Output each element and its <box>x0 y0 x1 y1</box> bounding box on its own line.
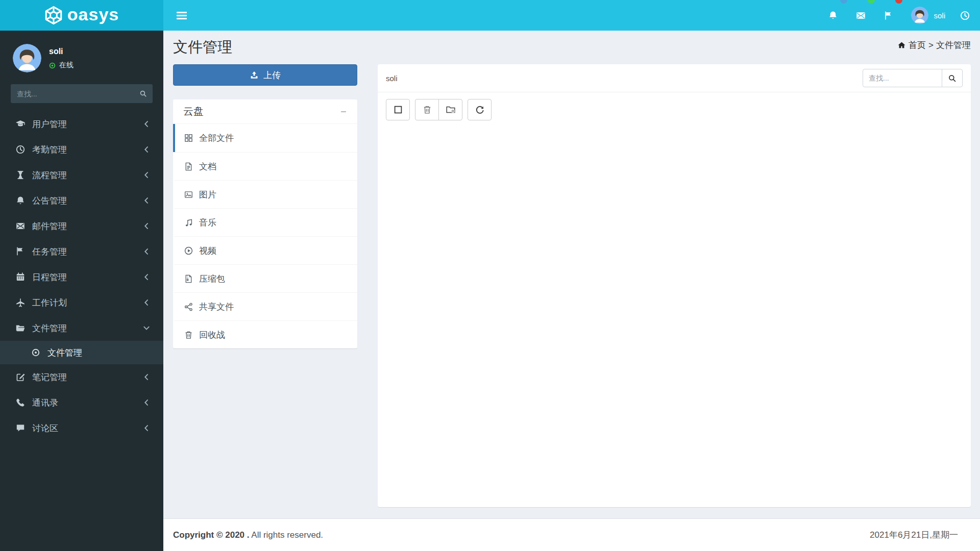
square-icon <box>393 105 403 115</box>
folder-plus-icon <box>446 105 456 115</box>
sidebar-subitem-file-management[interactable]: 文件管理 <box>0 341 163 364</box>
sidebar-item-announcements[interactable]: 公告管理 <box>0 188 163 213</box>
phone-icon <box>15 397 26 408</box>
sidebar-item-label: 讨论区 <box>32 422 58 434</box>
file-search-input[interactable] <box>863 69 942 87</box>
copyright-rest: All rights reserved. <box>250 530 324 540</box>
sidebar-search <box>11 84 153 103</box>
main-content: 文件管理 首页 > 文件管理 上传 云盘 <box>163 31 980 551</box>
chevron-left-icon <box>142 221 151 231</box>
footer: Copyright © 2020 . All rights reserved. … <box>163 518 980 551</box>
gem-icon <box>44 6 63 24</box>
category-label: 图片 <box>199 189 216 201</box>
category-images[interactable]: 图片 <box>173 180 357 208</box>
sidebar-toggle-icon[interactable] <box>177 12 187 19</box>
current-folder-label: soli <box>386 74 398 83</box>
clock-icon[interactable] <box>959 0 971 31</box>
sidebar-item-process[interactable]: 流程管理 <box>0 162 163 188</box>
online-status-label: 在线 <box>59 61 74 70</box>
messages-envelope-icon[interactable] <box>854 0 867 31</box>
sidebar: soli 在线 用户管理 考 <box>0 31 163 551</box>
file-actions-group <box>415 99 462 120</box>
sidebar-item-label: 任务管理 <box>32 246 67 258</box>
online-status-icon <box>49 62 56 69</box>
calendar-icon <box>15 272 26 282</box>
file-text-icon <box>184 162 193 171</box>
sidebar-submenu-files: 文件管理 <box>0 341 163 364</box>
sidebar-item-attendance[interactable]: 考勤管理 <box>0 137 163 162</box>
file-search-button[interactable] <box>942 69 963 87</box>
home-icon <box>897 41 906 49</box>
notification-badge <box>840 0 847 4</box>
notifications-bell-icon[interactable] <box>827 0 839 31</box>
avatar <box>911 7 928 24</box>
refresh-icon <box>475 105 485 115</box>
chevron-left-icon <box>142 196 151 205</box>
page-title: 文件管理 <box>173 37 232 58</box>
refresh-button[interactable] <box>468 99 492 120</box>
brand-logo[interactable]: oasys <box>0 0 163 31</box>
sidebar-item-label: 日程管理 <box>32 271 67 283</box>
chevron-left-icon <box>142 423 151 433</box>
sidebar-item-contacts[interactable]: 通讯录 <box>0 390 163 415</box>
category-documents[interactable]: 文档 <box>173 152 357 180</box>
sidebar-item-files[interactable]: 文件管理 <box>0 315 163 341</box>
message-badge <box>868 0 875 4</box>
chevron-left-icon <box>142 398 151 407</box>
category-label: 共享文件 <box>199 301 234 313</box>
topbar-username: soli <box>934 11 945 20</box>
sidebar-item-mail[interactable]: 邮件管理 <box>0 213 163 239</box>
comment-icon <box>15 423 26 433</box>
tasks-flag-icon[interactable] <box>882 0 894 31</box>
sidebar-search-input[interactable] <box>11 90 133 98</box>
sidebar-item-notes[interactable]: 笔记管理 <box>0 364 163 390</box>
new-folder-button[interactable] <box>438 99 462 120</box>
cloud-disk-panel: 云盘 全部文件 文档 <box>173 99 357 348</box>
brand-name: oasys <box>67 6 119 25</box>
file-browser-panel: soli <box>378 64 971 507</box>
upload-button[interactable]: 上传 <box>173 64 357 86</box>
breadcrumb-separator: > <box>928 40 934 51</box>
delete-button[interactable] <box>415 99 439 120</box>
file-toolbar <box>378 92 971 127</box>
category-videos[interactable]: 视频 <box>173 236 357 264</box>
breadcrumb: 首页 > 文件管理 <box>897 39 971 51</box>
category-all-files[interactable]: 全部文件 <box>173 124 357 152</box>
image-icon <box>184 190 193 199</box>
category-music[interactable]: 音乐 <box>173 208 357 236</box>
sidebar-item-tasks[interactable]: 任务管理 <box>0 239 163 264</box>
category-label: 文档 <box>199 161 216 172</box>
chevron-left-icon <box>142 170 151 180</box>
category-recycle-bin[interactable]: 回收战 <box>173 320 357 348</box>
select-all-button[interactable] <box>386 99 410 120</box>
category-label: 压缩包 <box>199 273 225 285</box>
file-search <box>863 69 963 87</box>
sidebar-item-label: 流程管理 <box>32 169 67 181</box>
sidebar-item-users[interactable]: 用户管理 <box>0 111 163 137</box>
trash-icon <box>422 105 432 115</box>
graduation-cap-icon <box>15 119 26 129</box>
breadcrumb-home-link[interactable]: 首页 <box>909 39 926 51</box>
chevron-left-icon <box>142 372 151 382</box>
zip-file-icon <box>184 274 193 284</box>
chevron-left-icon <box>142 272 151 282</box>
category-shared-files[interactable]: 共享文件 <box>173 292 357 320</box>
collapse-button[interactable] <box>337 105 350 118</box>
sidebar-item-workplan[interactable]: 工作计划 <box>0 290 163 315</box>
category-archives[interactable]: 压缩包 <box>173 264 357 292</box>
chevron-down-icon <box>142 323 151 333</box>
file-category-list: 全部文件 文档 图片 音乐 <box>173 124 357 348</box>
sidebar-search-button[interactable] <box>133 84 153 103</box>
avatar <box>13 44 41 72</box>
sidebar-item-label: 文件管理 <box>32 322 67 334</box>
sidebar-item-forum[interactable]: 讨论区 <box>0 415 163 441</box>
copyright: Copyright © 2020 . All rights reserved. <box>173 530 323 540</box>
folder-open-icon <box>15 323 26 333</box>
upload-icon <box>250 70 259 80</box>
clock-icon <box>15 144 26 155</box>
copyright-strong: Copyright © 2020 . <box>173 530 250 540</box>
music-icon <box>184 218 193 228</box>
edit-icon <box>15 372 26 382</box>
sidebar-item-schedule[interactable]: 日程管理 <box>0 264 163 290</box>
user-menu[interactable]: soli <box>911 7 945 24</box>
